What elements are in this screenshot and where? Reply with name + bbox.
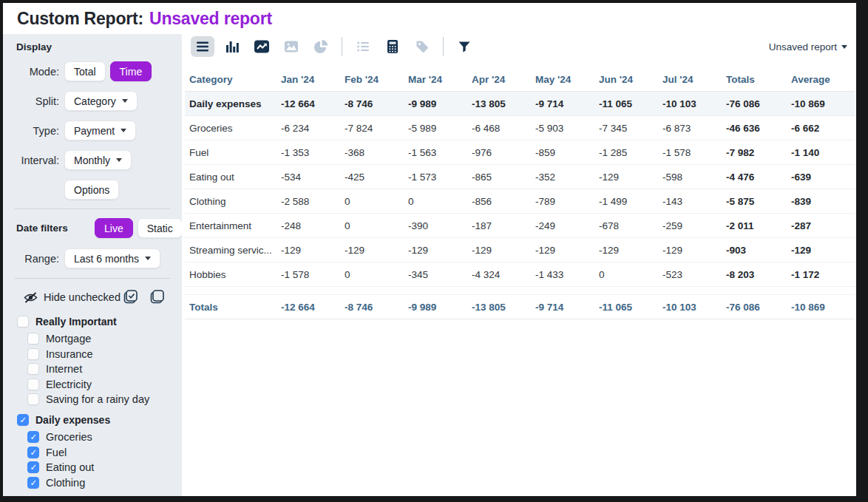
value-cell: -8 746 [340,92,404,116]
report-selector-label: Unsaved report [769,41,837,52]
value-cell: -1 578 [658,140,722,165]
checkbox[interactable] [27,393,39,405]
column-header: Feb '24 [340,68,404,92]
report-table-container: CategoryJan '24Feb '24Mar '24Apr '24May … [182,59,856,319]
category-row[interactable]: Clothing [3,477,182,489]
tag-button[interactable] [410,36,434,57]
checkbox[interactable] [17,414,29,426]
bar-chart-button[interactable] [220,36,244,57]
range-label: Range: [3,253,59,265]
value-cell: -287 [787,214,855,238]
category-label: Internet [46,363,82,375]
category-row[interactable]: Groceries [3,431,182,443]
column-header: Totals [722,68,787,92]
category-row[interactable]: Electricity [3,379,182,390]
range-dropdown[interactable]: Last 6 months [64,248,160,268]
value-cell: -1 573 [404,165,467,189]
category-row[interactable]: Insurance [3,348,182,360]
value-cell: -352 [531,165,594,189]
type-label: Type: [3,125,59,137]
value-cell: -129 [531,238,594,262]
category-row[interactable]: Saving for a rainy day [3,393,182,405]
calculator-icon [385,39,400,54]
category-row[interactable]: Internet [3,363,182,375]
uncheck-all-button[interactable] [149,289,166,305]
value-cell: -10 869 [787,295,855,319]
split-dropdown[interactable]: Category [64,91,138,111]
checkbox[interactable] [27,461,39,473]
hide-unchecked-row[interactable]: Hide unchecked [3,288,182,307]
checkbox[interactable] [27,333,39,345]
value-cell: -13 805 [467,92,531,116]
date-filter-live-button[interactable]: Live [95,218,133,238]
mode-total-button[interactable]: Total [64,61,106,81]
category-row[interactable]: Eating out [3,461,182,473]
split-label: Split: [3,95,59,107]
value-cell: -839 [787,189,855,214]
category-row[interactable]: Fuel [3,447,182,458]
page-title: Custom Report: Unsaved report [3,3,856,34]
interval-label: Interval: [3,155,59,166]
checkbox[interactable] [27,363,39,375]
value-cell: -259 [658,214,722,238]
trend-chart-icon [254,39,270,54]
checkbox[interactable] [27,379,39,390]
check-all-button[interactable] [123,289,139,305]
list-button[interactable] [351,36,375,57]
category-group-label: Daily expenses [35,414,110,426]
column-header: Apr '24 [467,68,531,92]
value-cell: -129 [594,165,658,189]
value-cell: -10 103 [658,92,722,116]
value-cell: -345 [404,262,467,287]
table-row: Groceries-6 234-7 824-5 989-6 468-5 903-… [185,116,855,140]
category-cell: Fuel [185,140,277,165]
filter-button[interactable] [452,36,476,57]
value-cell: -129 [467,238,531,262]
value-cell: -523 [658,262,722,287]
category-cell: Streaming servic... [185,238,277,262]
category-label: Groceries [46,431,92,443]
column-header: Category [185,68,277,92]
pie-chart-button[interactable] [309,36,333,57]
report-selector-dropdown[interactable]: Unsaved report [769,41,849,52]
checkbox[interactable] [17,316,29,328]
date-filters-row: Date filters Live Static [3,218,182,238]
value-cell: -129 [277,238,340,262]
type-dropdown[interactable]: Payment [64,121,136,140]
value-cell: -639 [787,165,855,189]
checkbox[interactable] [27,447,39,458]
checkbox[interactable] [27,348,39,360]
table-view-button[interactable] [191,36,214,57]
category-row[interactable]: Mortgage [3,333,182,345]
category-label: Electricity [46,379,92,390]
interval-dropdown[interactable]: Monthly [64,150,132,170]
value-cell: -598 [658,165,722,189]
mode-time-button[interactable]: Time [110,61,152,81]
category-group-row[interactable]: Really Important [3,316,182,328]
value-cell: -5 903 [531,116,594,140]
category-group-row[interactable]: Daily expenses [3,414,182,426]
value-cell: -903 [722,238,787,262]
category-tree: Really ImportantMortgageInsuranceInterne… [3,316,182,489]
category-label: Clothing [46,477,85,489]
value-cell: -1 499 [594,189,658,214]
tag-icon [415,39,430,54]
checkbox[interactable] [27,431,39,443]
spacer-row [185,287,855,295]
category-cell: Daily expenses [185,92,277,116]
split-value: Category [74,95,116,107]
date-filters-heading: Date filters [16,223,95,234]
value-cell: 0 [340,189,404,214]
value-cell: -5 875 [722,189,787,214]
calculator-button[interactable] [381,36,404,57]
area-chart-button[interactable] [279,36,303,57]
checkbox[interactable] [27,477,39,489]
value-cell: -9 989 [404,92,467,116]
options-button[interactable]: Options [64,180,119,200]
chevron-down-icon [145,257,151,260]
mode-label: Mode: [3,66,59,78]
date-filter-static-button[interactable]: Static [138,218,182,238]
chevron-down-icon [841,45,847,49]
column-header: Jul '24 [658,68,722,92]
trend-chart-button[interactable] [250,36,274,57]
